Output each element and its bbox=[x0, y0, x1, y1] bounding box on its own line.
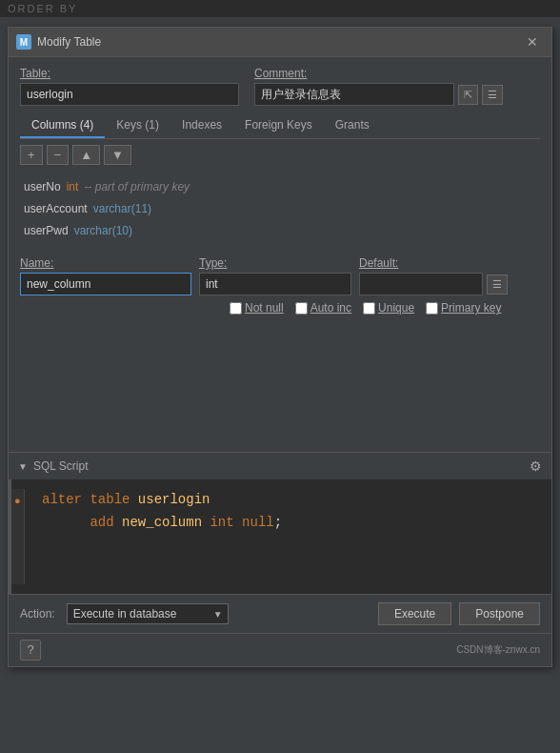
col-type-label: Type: bbox=[199, 256, 351, 270]
col-type-0: int bbox=[67, 178, 79, 196]
move-up-button[interactable]: ▲ bbox=[72, 145, 100, 165]
action-select-wrap: Execute in database Generate SQL file Co… bbox=[67, 603, 229, 624]
col-type-input[interactable] bbox=[199, 273, 351, 295]
sql-script-label: SQL Script bbox=[33, 459, 89, 473]
table-input[interactable] bbox=[20, 83, 239, 106]
dialog-icon: M bbox=[16, 34, 31, 50]
sql-header-left: ▼ SQL Script bbox=[18, 459, 88, 473]
column-editor-fields: Name: Type: Default: ☰ bbox=[20, 256, 540, 295]
action-select[interactable]: Execute in database Generate SQL file Co… bbox=[67, 603, 229, 624]
comment-input[interactable] bbox=[254, 83, 454, 106]
comment-icon-btn[interactable]: ⇱ bbox=[458, 85, 478, 105]
default-icon-btn[interactable]: ☰ bbox=[487, 275, 508, 295]
checkboxes-row: Not null Auto inc Unique Primary key bbox=[230, 301, 540, 315]
help-button[interactable]: ? bbox=[20, 640, 41, 661]
not-null-checkbox-item[interactable]: Not null bbox=[230, 301, 284, 315]
top-bar-text: ORDER BY bbox=[8, 3, 77, 14]
sql-section: ▼ SQL Script ⚙ ● alter table userlogin bbox=[9, 452, 551, 594]
spacer-area bbox=[20, 315, 540, 438]
comment-extra-btn[interactable]: ☰ bbox=[482, 85, 503, 105]
dialog-title: Modify Table bbox=[37, 35, 101, 49]
table-field-group: Table: bbox=[20, 67, 239, 106]
modify-table-dialog: M Modify Table ✕ Table: Comment: ⇱ bbox=[8, 27, 552, 667]
sql-col-name: new_column bbox=[122, 512, 202, 535]
unique-checkbox-item[interactable]: Unique bbox=[363, 301, 414, 315]
sql-null-kw: null bbox=[242, 512, 274, 535]
tab-grants[interactable]: Grants bbox=[324, 113, 381, 138]
sql-alter-kw: alter bbox=[42, 489, 82, 512]
remove-column-button[interactable]: − bbox=[47, 145, 70, 165]
columns-toolbar: + − ▲ ▼ bbox=[20, 145, 540, 165]
title-bar-left: M Modify Table bbox=[16, 34, 101, 50]
col-type-field-group: Type: bbox=[199, 256, 351, 295]
col-name-0: userNo bbox=[24, 178, 61, 196]
col-default-field-group: Default: ☰ bbox=[359, 256, 508, 295]
auto-inc-checkbox[interactable] bbox=[295, 302, 308, 315]
action-label: Action: bbox=[20, 607, 55, 621]
col-type-1: varchar(11) bbox=[93, 200, 151, 218]
col-name-field-group: Name: bbox=[20, 256, 191, 295]
dialog-body: Table: Comment: ⇱ ☰ Columns (4) bbox=[9, 57, 551, 448]
primary-key-checkbox-item[interactable]: Primary key bbox=[426, 301, 501, 315]
col-name-1: userAccount bbox=[24, 200, 88, 218]
bottom-bar: Action: Execute in database Generate SQL… bbox=[9, 594, 551, 633]
comment-label: Comment: bbox=[254, 67, 503, 80]
col-name-2: userPwd bbox=[24, 222, 69, 240]
sql-table-name: userlogin bbox=[138, 489, 210, 512]
tab-indexes[interactable]: Indexes bbox=[170, 113, 233, 138]
table-row[interactable]: userPwd varchar(10) bbox=[20, 220, 540, 242]
sql-header: ▼ SQL Script ⚙ bbox=[9, 453, 551, 479]
col-name-input[interactable] bbox=[20, 273, 191, 295]
tab-foreign-keys[interactable]: Foreign Keys bbox=[233, 113, 324, 138]
sql-int-kw: int bbox=[210, 512, 233, 535]
col-name-label: Name: bbox=[20, 256, 191, 270]
tab-columns[interactable]: Columns (4) bbox=[20, 113, 105, 138]
top-bar: ORDER BY bbox=[0, 0, 560, 17]
col-type-2: varchar(10) bbox=[74, 222, 132, 240]
collapse-arrow-icon[interactable]: ▼ bbox=[18, 461, 28, 472]
sql-line-2: add new_column int null ; bbox=[42, 512, 540, 535]
not-null-checkbox[interactable] bbox=[230, 302, 242, 315]
table-label: Table: bbox=[20, 67, 239, 80]
col-default-label: Default: bbox=[359, 256, 508, 270]
close-button[interactable]: ✕ bbox=[521, 32, 544, 51]
postpone-button[interactable]: Postpone bbox=[459, 602, 540, 625]
sql-line-1: alter table userlogin bbox=[42, 489, 540, 512]
sql-gear-button[interactable]: ⚙ bbox=[530, 458, 542, 474]
primary-key-checkbox[interactable] bbox=[426, 302, 438, 315]
table-row[interactable]: userNo int -- part of primary key bbox=[20, 176, 540, 198]
tabs-bar: Columns (4) Keys (1) Indexes Foreign Key… bbox=[20, 113, 540, 139]
col-comment-0: -- part of primary key bbox=[84, 178, 190, 196]
comment-row: ⇱ ☰ bbox=[254, 83, 503, 106]
table-row[interactable]: userAccount varchar(11) bbox=[20, 198, 540, 220]
form-top-row: Table: Comment: ⇱ ☰ bbox=[20, 67, 540, 106]
sql-table-kw: table bbox=[90, 489, 130, 512]
unique-checkbox[interactable] bbox=[363, 302, 375, 315]
tab-keys[interactable]: Keys (1) bbox=[105, 113, 170, 138]
auto-inc-checkbox-item[interactable]: Auto inc bbox=[295, 301, 351, 315]
comment-field-group: Comment: ⇱ ☰ bbox=[254, 67, 503, 106]
footer-bar: ? CSDN博客-znwx.cn bbox=[9, 633, 551, 666]
title-bar: M Modify Table ✕ bbox=[9, 28, 551, 57]
watermark-text: CSDN博客-znwx.cn bbox=[456, 643, 540, 657]
columns-list: userNo int -- part of primary key userAc… bbox=[20, 173, 540, 249]
col-default-input[interactable] bbox=[359, 273, 483, 295]
move-down-button[interactable]: ▼ bbox=[104, 145, 131, 165]
default-field-row: ☰ bbox=[359, 273, 508, 295]
sql-add-kw: add bbox=[90, 512, 113, 535]
sql-editor: ● alter table userlogin add new_column bbox=[9, 479, 551, 594]
add-column-button[interactable]: + bbox=[20, 145, 43, 165]
execute-button[interactable]: Execute bbox=[378, 602, 451, 625]
